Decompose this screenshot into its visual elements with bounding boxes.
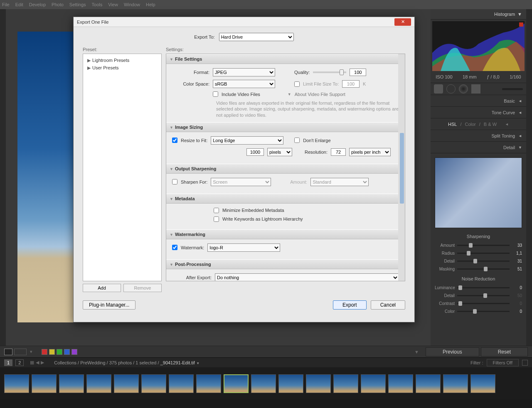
quality-input[interactable] xyxy=(350,69,366,76)
detail-preview[interactable] xyxy=(435,157,522,228)
menu-settings[interactable]: Settings xyxy=(69,2,86,7)
preset-item[interactable]: ▶Lightroom Presets xyxy=(86,57,159,64)
redeye-tool-icon[interactable] xyxy=(459,84,468,93)
reset-button[interactable]: Reset xyxy=(481,347,528,356)
prev-arrow-icon[interactable]: ◀ xyxy=(36,360,39,365)
next-arrow-icon[interactable]: ▶ xyxy=(41,360,44,365)
scrollbar-thumb[interactable] xyxy=(400,133,404,204)
page-1[interactable]: 1 xyxy=(4,359,12,366)
label-yellow[interactable] xyxy=(49,349,55,355)
export-button[interactable]: Export xyxy=(333,300,367,310)
filmstrip-thumb[interactable] xyxy=(59,374,84,393)
slider-detail[interactable]: Detail31 xyxy=(435,257,522,265)
section-image-sizing[interactable]: ▼Image Sizing xyxy=(166,122,405,132)
filter-select[interactable]: Filters Off xyxy=(487,359,519,366)
plugin-manager-button[interactable]: Plug-in Manager... xyxy=(83,300,135,310)
dont-enlarge-checkbox[interactable] xyxy=(294,138,300,143)
include-video-checkbox[interactable] xyxy=(213,91,218,97)
panel-splittoning[interactable]: Split Toning◄ xyxy=(431,130,526,142)
slider-masking[interactable]: Masking51 xyxy=(435,265,522,273)
menu-edit[interactable]: Edit xyxy=(15,2,23,7)
section-output-sharpening[interactable]: ▼Output Sharpening xyxy=(166,164,405,174)
menu-view[interactable]: View xyxy=(108,2,118,7)
watermark-select[interactable]: logo-R xyxy=(207,243,280,252)
menu-photo[interactable]: Photo xyxy=(52,2,64,7)
bw-tab[interactable]: B & W xyxy=(484,122,497,127)
about-video-link[interactable]: About Video File Support xyxy=(295,92,345,97)
spot-tool-icon[interactable] xyxy=(446,84,456,93)
quality-slider[interactable] xyxy=(313,71,346,73)
histogram-display[interactable] xyxy=(432,21,525,71)
cancel-button[interactable]: Cancel xyxy=(371,300,405,310)
size-unit-select[interactable]: pixels xyxy=(267,148,292,156)
previous-button[interactable]: Previous xyxy=(426,347,479,356)
filter-lock-icon[interactable] xyxy=(522,360,528,366)
compare-mode-icon[interactable] xyxy=(14,349,27,355)
label-purple[interactable] xyxy=(71,349,77,355)
export-to-select[interactable]: Hard Drive xyxy=(219,33,294,41)
resolution-input[interactable] xyxy=(331,148,346,156)
filmstrip-thumb[interactable] xyxy=(361,374,386,393)
menu-file[interactable]: File xyxy=(2,2,10,7)
after-export-select[interactable]: Do nothing xyxy=(215,273,399,281)
slider-detail[interactable]: Detail50 xyxy=(435,292,522,300)
watermark-checkbox[interactable] xyxy=(172,245,177,250)
section-metadata[interactable]: ▼Metadata xyxy=(166,194,405,204)
filmstrip-thumb[interactable] xyxy=(443,374,468,393)
menu-tools[interactable]: Tools xyxy=(92,2,103,7)
filmstrip-thumb[interactable] xyxy=(4,374,29,393)
filmstrip-thumb[interactable] xyxy=(251,374,276,393)
view-mode-icon[interactable] xyxy=(4,349,12,355)
preset-add-button[interactable]: Add xyxy=(83,284,121,292)
crop-tool-icon[interactable] xyxy=(434,84,443,93)
resize-fit-select[interactable]: Long Edge xyxy=(211,136,283,145)
label-red[interactable] xyxy=(42,349,47,355)
sharpen-amount-select[interactable]: Standard xyxy=(310,178,369,186)
filmstrip-thumb[interactable] xyxy=(333,374,358,393)
filmstrip-thumb[interactable] xyxy=(169,374,194,393)
gradient-tool-icon[interactable] xyxy=(471,84,480,93)
scrollbar[interactable] xyxy=(398,54,405,281)
filmstrip-thumb[interactable] xyxy=(416,374,441,393)
menu-help[interactable]: Help xyxy=(146,2,155,7)
left-panel-collapsed[interactable] xyxy=(0,9,6,346)
filmstrip-thumb[interactable] xyxy=(32,374,57,393)
slider-luminance[interactable]: Luminance0 xyxy=(435,284,522,292)
page-2[interactable]: 2 xyxy=(15,359,24,366)
label-green[interactable] xyxy=(57,349,62,355)
limit-filesize-checkbox[interactable] xyxy=(294,81,300,87)
section-post-processing[interactable]: ▼Post-Processing xyxy=(166,259,405,269)
color-tab[interactable]: Color xyxy=(465,122,476,127)
preset-item[interactable]: ▶User Presets xyxy=(86,64,159,71)
panel-hsl[interactable]: HSL/ Color/ B & W ◄ xyxy=(431,118,526,130)
right-edge[interactable] xyxy=(526,9,532,346)
sharpen-checkbox[interactable] xyxy=(172,179,177,184)
clipping-warning-icon[interactable] xyxy=(519,22,523,27)
size-input[interactable] xyxy=(246,148,264,156)
filmstrip-thumb[interactable] xyxy=(114,374,139,393)
panel-detail[interactable]: Detail▼ xyxy=(431,142,526,153)
slider-contrast[interactable]: Contrast0 xyxy=(435,300,522,307)
dropdown-icon[interactable]: ▼ xyxy=(414,349,419,354)
section-file-settings[interactable]: ▼File Settings xyxy=(166,54,405,64)
dialog-titlebar[interactable]: Export One File ✕ xyxy=(74,17,414,27)
section-watermarking[interactable]: ▼Watermarking xyxy=(166,229,405,239)
grid-icon[interactable]: ▦ xyxy=(30,360,34,365)
resize-checkbox[interactable] xyxy=(172,138,177,143)
panel-tonecurve[interactable]: Tone Curve◄ xyxy=(431,107,526,118)
filmstrip-thumb[interactable] xyxy=(86,374,111,393)
menu-window[interactable]: Window xyxy=(124,2,140,7)
slider-color[interactable]: Color0 xyxy=(435,307,522,315)
slider-radius[interactable]: Radius1,1 xyxy=(435,249,522,257)
colorspace-select[interactable]: sRGB xyxy=(213,80,275,88)
keywords-hierarchy-checkbox[interactable] xyxy=(214,216,219,222)
dropdown-icon[interactable]: ▾ xyxy=(30,349,32,354)
sharpen-for-select[interactable]: Screen xyxy=(211,178,271,186)
filmstrip-thumb[interactable] xyxy=(224,374,249,393)
slider-amount[interactable]: Amount33 xyxy=(435,241,522,249)
histogram-header[interactable]: Histogram ▼ xyxy=(431,9,526,20)
filmstrip-thumb[interactable] xyxy=(388,374,413,393)
preset-remove-button[interactable]: Remove xyxy=(123,284,162,292)
filmstrip-thumb[interactable] xyxy=(470,374,495,393)
brush-tool-icon[interactable] xyxy=(502,88,523,90)
